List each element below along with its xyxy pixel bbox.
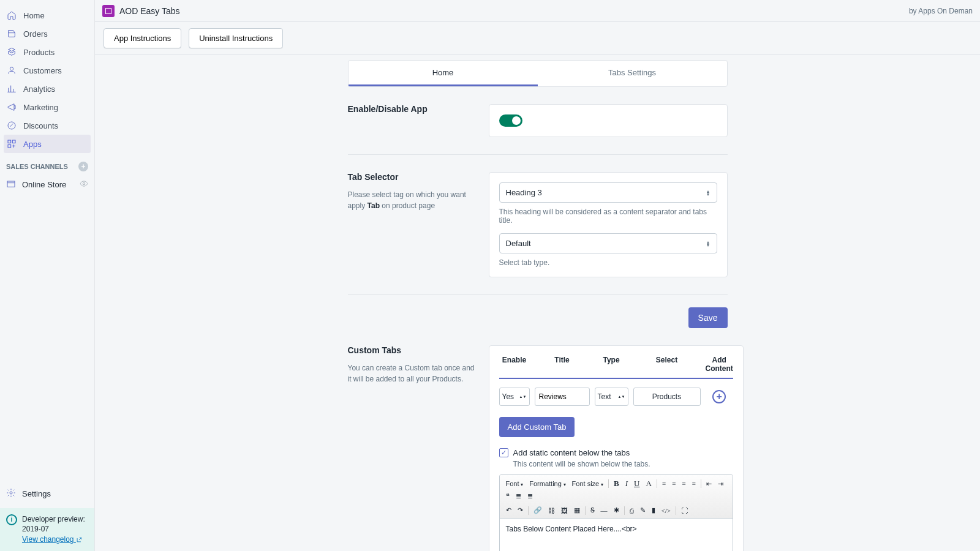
rich-text-editor: Font ▾ Formatting ▾ Font size ▾ B I U A … [499, 474, 733, 551]
sidebar-item-settings[interactable]: Settings [0, 483, 94, 504]
underline-icon[interactable]: U [631, 478, 642, 490]
row-type-select[interactable]: Text ▲▼ [595, 388, 628, 406]
chevron-updown-icon: ▲▼ [519, 395, 527, 398]
tabtype-select[interactable]: Default ▲▼ [499, 233, 717, 253]
file-icon[interactable]: ▮ [649, 505, 658, 515]
undo-icon[interactable]: ↶ [503, 505, 514, 515]
enable-section: Enable/Disable App [348, 104, 728, 137]
sidebar-item-marketing[interactable]: Marketing [0, 98, 94, 116]
tab-settings[interactable]: Tabs Settings [538, 61, 727, 86]
view-changelog-link[interactable]: View changelog [22, 535, 82, 544]
chevron-updown-icon: ▲▼ [618, 395, 625, 398]
row-select-button[interactable]: Products [633, 388, 701, 406]
add-custom-tab-button[interactable]: Add Custom Tab [499, 417, 575, 437]
svg-point-7 [10, 492, 12, 494]
editor-font-dropdown[interactable]: Font ▾ [503, 479, 526, 489]
discounts-icon [6, 120, 17, 131]
tabtype-select-help: Select tab type. [499, 258, 717, 267]
home-icon [6, 10, 17, 21]
font-icon[interactable]: A [643, 478, 654, 490]
align-center-icon[interactable]: ≡ [669, 479, 678, 489]
sidebar-item-online-store[interactable]: Online Store [0, 175, 94, 194]
italic-icon[interactable]: I [623, 478, 630, 490]
uninstall-instructions-button[interactable]: Uninstall Instructions [189, 28, 283, 48]
image-icon[interactable]: 🖼 [559, 506, 570, 515]
sidebar-item-apps[interactable]: Apps [4, 135, 91, 153]
fullscreen-icon[interactable]: ⛶ [679, 506, 690, 515]
clear-format-icon[interactable]: ✱ [611, 505, 622, 515]
unlink-icon[interactable]: ⛓ [546, 506, 557, 515]
editor-fontsize-dropdown[interactable]: Font size ▾ [570, 479, 606, 489]
list-ol-icon[interactable]: ≣ [513, 491, 524, 501]
enable-toggle[interactable] [499, 114, 522, 127]
static-content-checkbox-row[interactable]: ✓ Add static content below the tabs [499, 448, 733, 457]
bold-icon[interactable]: B [611, 478, 622, 490]
eye-icon[interactable] [80, 179, 88, 190]
info-icon: i [6, 514, 17, 525]
add-content-icon[interactable]: + [712, 390, 726, 403]
static-content-help: This content will be shown below the tab… [513, 460, 733, 468]
sidebar-item-products[interactable]: Products [0, 43, 94, 61]
editor-toolbar: Font ▾ Formatting ▾ Font size ▾ B I U A … [500, 475, 733, 519]
sidebar-item-label: Discounts [23, 121, 58, 130]
sidebar-item-analytics[interactable]: Analytics [0, 80, 94, 98]
row-enable-select[interactable]: Yes ▲▼ [499, 388, 530, 406]
chevron-updown-icon: ▲▼ [706, 190, 710, 196]
chevron-updown-icon: ▲▼ [706, 241, 710, 247]
svg-rect-5 [7, 181, 15, 187]
print-icon[interactable]: ⎙ [627, 506, 636, 515]
marketing-icon [6, 102, 17, 113]
editor-formatting-dropdown[interactable]: Formatting ▾ [527, 479, 568, 489]
tab-home[interactable]: Home [349, 61, 538, 86]
app-credit: by Apps On Deman [909, 7, 973, 15]
custom-tabs-header: Enable Title Type Select Add Content [499, 356, 733, 379]
store-icon [6, 179, 16, 190]
quote-icon[interactable]: ❝ [503, 491, 512, 501]
tab-selector-section: Tab Selector Please select tag on which … [348, 172, 728, 277]
link-icon[interactable]: 🔗 [531, 505, 545, 515]
hr-icon[interactable]: — [598, 506, 610, 515]
edit-icon[interactable]: ✎ [638, 505, 648, 515]
add-channel-icon[interactable]: + [78, 162, 88, 171]
sidebar: Home Orders Products Customers Analytics… [0, 0, 95, 551]
table-icon[interactable]: ▦ [571, 505, 582, 515]
svg-rect-2 [8, 140, 11, 143]
svg-rect-4 [8, 144, 11, 148]
editor-body[interactable]: Tabs Below Content Placed Here....<br> [500, 519, 733, 551]
sidebar-item-customers[interactable]: Customers [0, 61, 94, 80]
redo-icon[interactable]: ↷ [515, 505, 526, 515]
align-right-icon[interactable]: ≡ [679, 479, 688, 489]
heading-select[interactable]: Heading 3 ▲▼ [499, 182, 717, 203]
outdent-icon[interactable]: ⇤ [704, 479, 714, 489]
sidebar-item-label: Products [23, 48, 55, 57]
customers-icon [6, 65, 17, 76]
sidebar-item-discounts[interactable]: Discounts [0, 116, 94, 135]
custom-tab-row: Yes ▲▼ Text ▲▼ [499, 388, 733, 406]
tabs-nav: Home Tabs Settings [348, 60, 728, 87]
app-title: AOD Easy Tabs [119, 6, 180, 16]
content: Home Tabs Settings Enable/Disable App Ta [95, 55, 980, 551]
sidebar-item-label: Home [23, 11, 45, 20]
row-title-input[interactable] [535, 388, 590, 406]
developer-preview-banner: i Developer preview: 2019-07 View change… [0, 508, 94, 551]
sidebar-item-label: Apps [23, 140, 42, 149]
sidebar-item-label: Customers [23, 66, 62, 75]
checkbox-icon[interactable]: ✓ [499, 448, 508, 457]
enable-title: Enable/Disable App [348, 104, 477, 114]
save-button[interactable]: Save [688, 307, 728, 328]
align-left-icon[interactable]: ≡ [660, 479, 668, 489]
custom-tabs-desc: You can create a Custom tab once and it … [348, 362, 477, 384]
align-justify-icon[interactable]: ≡ [689, 479, 698, 489]
topbar: AOD Easy Tabs by Apps On Deman [95, 0, 980, 22]
svg-point-0 [10, 67, 13, 70]
code-icon[interactable]: </> [659, 506, 673, 515]
divider [348, 294, 728, 295]
svg-point-6 [83, 182, 85, 185]
sidebar-item-orders[interactable]: Orders [0, 24, 94, 43]
indent-icon[interactable]: ⇥ [715, 479, 726, 489]
sidebar-item-home[interactable]: Home [0, 6, 94, 24]
gear-icon [6, 488, 16, 500]
list-ul-icon[interactable]: ≣ [525, 491, 535, 501]
strikethrough-icon[interactable]: S̶ [588, 505, 597, 515]
app-instructions-button[interactable]: App Instructions [104, 28, 181, 48]
